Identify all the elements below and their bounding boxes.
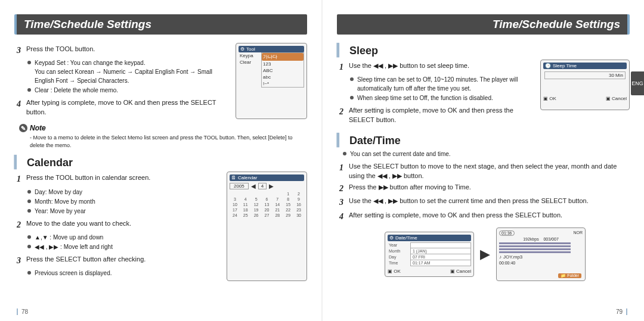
gear-icon: ⚙ bbox=[389, 235, 394, 241]
note-body: - Move to a memo to delete in the Select… bbox=[30, 134, 307, 149]
datetime-step4: After setting is complete, move to OK an… bbox=[349, 211, 630, 220]
clock-icon: 🕒 bbox=[545, 63, 551, 68]
chevron-right-icon: ▶ bbox=[269, 183, 274, 189]
header-title-left: Time/Schedule Settings bbox=[24, 18, 151, 31]
step-4: 4 After typing is complete, move to OK a… bbox=[17, 98, 230, 117]
calendar-icon: 🗓 bbox=[231, 175, 236, 180]
calendar-widget: 🗓Calendar 2005 ◀ 4 ▶ 12 3456789 10111213… bbox=[227, 172, 307, 281]
calendar-grid: 12 3456789 10111213141516 17181920212223… bbox=[230, 191, 304, 218]
clear-desc: Clear : Delete the whole memo. bbox=[35, 86, 118, 95]
calendar-heading: ▎Calendar bbox=[14, 155, 307, 169]
sleep-time-widget: 🕒Sleep Time 30 Min ▣ OK ▣ Cancel bbox=[540, 60, 630, 110]
datetime-widget: ⚙Date/Time Year Month1 (JAN) Day07 FRI T… bbox=[385, 232, 474, 277]
keypad-set-desc: Keypad Set : You can change the keypad. … bbox=[35, 58, 230, 85]
sleep-heading: ▎Sleep bbox=[337, 43, 630, 57]
gear-icon: ⚙ bbox=[240, 46, 244, 52]
note-icon: ✎ bbox=[19, 124, 27, 132]
datetime-step3: Use the ◀◀ , ▶▶ button to set the curren… bbox=[349, 197, 630, 206]
sleep-step2: After setting is complete, move to OK an… bbox=[349, 106, 534, 125]
calendar-step1: Press the TOOL button in calendar screen… bbox=[26, 173, 221, 183]
player-widget: 01:36 NOR 192kbps 003/007 ♪ JOY.mp3 00:0… bbox=[496, 227, 586, 281]
page-number-right: 79 bbox=[616, 308, 627, 315]
page-number-left: 78 bbox=[17, 308, 28, 315]
datetime-step2: Press the ▶▶ button after moving to Time… bbox=[349, 183, 630, 192]
step-3: 3 Press the TOOL button. bbox=[17, 45, 230, 57]
datetime-intro: You can set the current date and time. bbox=[350, 149, 451, 158]
header-bar-right: Time/Schedule Settings bbox=[337, 14, 630, 35]
music-note-icon: ♪ bbox=[499, 254, 501, 260]
calendar-step3: Press the SELECT button after checking. bbox=[26, 255, 221, 264]
arrow-right-icon: ▶ bbox=[480, 247, 490, 262]
note-heading: ✎ Note bbox=[19, 124, 307, 132]
datetime-step1: Use the SELECT button to move to the nex… bbox=[349, 162, 630, 181]
datetime-heading: ▎Date/Time bbox=[337, 133, 630, 147]
chevron-left-icon: ◀ bbox=[251, 183, 256, 189]
sleep-step1: Use the ◀◀ , ▶▶ button to set sleep time… bbox=[349, 61, 534, 71]
header-title-right: Time/Schedule Settings bbox=[493, 18, 620, 31]
folder-icon: 📁 bbox=[561, 273, 566, 278]
header-bar-left: Time/Schedule Settings bbox=[14, 14, 307, 35]
calendar-step2: Move to the date you want to check. bbox=[26, 219, 221, 229]
tool-widget: ⚙Tool Keypa Clear 가나다 123 ABC abc !~* bbox=[236, 43, 307, 119]
language-tab: ENG bbox=[631, 71, 644, 95]
